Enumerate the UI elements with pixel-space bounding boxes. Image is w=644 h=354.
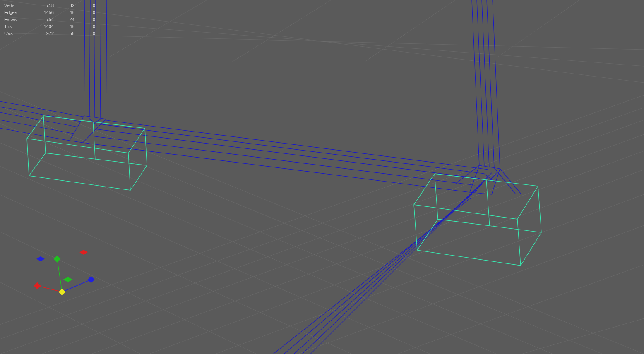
poly-stats-hud: Verts: 718 32 0 Edges: 1456 48 0 Faces: … — [4, 2, 95, 37]
stats-row-uvs: UVs: 972 56 0 — [4, 30, 95, 37]
stats-value-total: 718 — [29, 3, 54, 8]
axis-x-handle-icon[interactable] — [34, 282, 41, 289]
axis-z-handle-icon[interactable] — [88, 276, 95, 283]
stats-value-selected: 32 — [54, 3, 74, 8]
stats-row-edges: Edges: 1456 48 0 — [4, 9, 95, 16]
axis-end-handles — [34, 256, 95, 296]
axis-y-handle-icon[interactable] — [54, 256, 61, 263]
axis-z-line — [62, 280, 91, 292]
view-axis-gizmo[interactable] — [25, 238, 99, 313]
stats-row-faces: Faces: 754 24 0 — [4, 16, 95, 23]
axis-plane-yz-icon[interactable] — [79, 250, 88, 255]
axis-plane-xy-icon[interactable] — [36, 256, 45, 261]
axis-x-line — [37, 286, 62, 292]
axis-plane-markers — [36, 250, 88, 282]
stats-row-tris: Tris: 1404 48 0 — [4, 23, 95, 30]
viewport-3d[interactable]: Verts: 718 32 0 Edges: 1456 48 0 Faces: … — [0, 0, 644, 354]
axis-origin-handle-icon[interactable] — [59, 289, 66, 296]
stats-value-extra: 0 — [74, 3, 95, 8]
axis-plane-xz-icon[interactable] — [63, 277, 73, 282]
stats-label: Verts: — [4, 3, 29, 8]
axis-y-line — [57, 259, 62, 292]
stats-row-verts: Verts: 718 32 0 — [4, 2, 95, 9]
